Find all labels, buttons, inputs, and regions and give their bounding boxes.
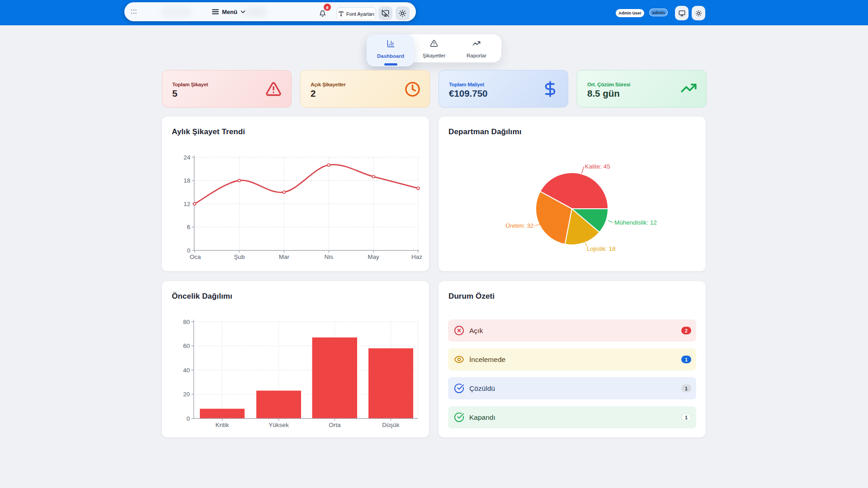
svg-text:Düşük: Düşük — [382, 422, 400, 428]
svg-text:0: 0 — [186, 415, 190, 422]
svg-text:Şub: Şub — [234, 253, 245, 260]
svg-text:Mühendislik: 12: Mühendislik: 12 — [614, 219, 657, 226]
svg-text:40: 40 — [183, 367, 190, 374]
svg-text:Lojistik: 18: Lojistik: 18 — [587, 245, 616, 252]
svg-text:18: 18 — [184, 177, 190, 184]
svg-text:Üretim: 32: Üretim: 32 — [505, 222, 533, 229]
svg-text:Orta: Orta — [329, 422, 341, 428]
svg-text:0: 0 — [187, 247, 190, 254]
svg-text:24: 24 — [184, 154, 191, 161]
svg-text:Mar: Mar — [279, 253, 290, 260]
svg-text:20: 20 — [183, 391, 190, 398]
svg-text:80: 80 — [183, 319, 190, 325]
svg-text:Nis: Nis — [324, 253, 333, 260]
svg-text:May: May — [368, 253, 379, 260]
svg-text:60: 60 — [183, 343, 190, 349]
svg-text:6: 6 — [187, 224, 190, 230]
svg-text:Kritik: Kritik — [216, 422, 229, 428]
svg-text:Haz: Haz — [411, 253, 422, 260]
svg-text:Yüksek: Yüksek — [269, 422, 289, 428]
svg-text:Oca: Oca — [190, 253, 201, 260]
svg-text:Kalite: 45: Kalite: 45 — [585, 163, 610, 170]
svg-text:12: 12 — [184, 201, 190, 207]
